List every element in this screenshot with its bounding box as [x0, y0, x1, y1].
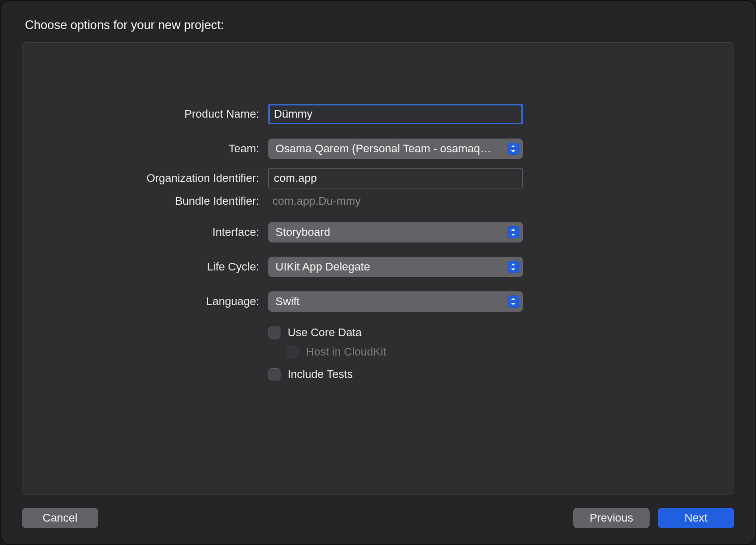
use-core-data-label: Use Core Data — [288, 326, 362, 339]
product-name-label: Product Name: — [22, 107, 259, 121]
host-in-cloudkit-label: Host in CloudKit — [306, 345, 386, 359]
cancel-button[interactable]: Cancel — [22, 508, 98, 528]
interface-popup[interactable]: Storyboard — [268, 222, 523, 242]
host-in-cloudkit-checkbox — [287, 346, 299, 358]
include-tests-checkbox[interactable] — [268, 368, 281, 380]
footer: Cancel Previous Next — [22, 495, 734, 528]
new-project-options-sheet: Choose options for your new project: Pro… — [0, 0, 756, 545]
host-in-cloudkit-row: Host in CloudKit — [287, 345, 523, 359]
language-popup-value: Swift — [275, 295, 300, 308]
previous-button[interactable]: Previous — [573, 508, 650, 528]
language-label: Language: — [22, 295, 259, 308]
interface-popup-value: Storyboard — [275, 226, 330, 239]
organization-identifier-input[interactable] — [268, 168, 523, 188]
include-tests-row: Include Tests — [268, 368, 523, 381]
team-popup-value: Osama Qarem (Personal Team - osamaq… — [275, 142, 491, 155]
language-popup[interactable]: Swift — [268, 291, 523, 312]
use-core-data-row: Use Core Data — [268, 326, 523, 339]
updown-icon — [508, 261, 519, 273]
life-cycle-popup[interactable]: UIKit App Delegate — [268, 257, 523, 277]
updown-icon — [508, 143, 519, 155]
options-form: Product Name: Team: Osama Qarem (Persona… — [22, 104, 734, 381]
organization-identifier-label: Organization Identifier: — [22, 172, 259, 185]
sheet-title: Choose options for your new project: — [22, 15, 734, 42]
options-panel: Product Name: Team: Osama Qarem (Persona… — [22, 42, 734, 495]
updown-icon — [508, 226, 519, 238]
bundle-identifier-value: com.app.Du-mmy — [268, 195, 523, 208]
life-cycle-popup-value: UIKit App Delegate — [275, 260, 370, 274]
updown-icon — [508, 295, 519, 308]
include-tests-label: Include Tests — [288, 368, 353, 381]
next-button[interactable]: Next — [658, 508, 734, 528]
bundle-identifier-label: Bundle Identifier: — [22, 195, 259, 208]
team-label: Team: — [22, 142, 259, 155]
product-name-input[interactable] — [268, 104, 523, 124]
interface-label: Interface: — [22, 226, 259, 239]
life-cycle-label: Life Cycle: — [22, 260, 259, 274]
use-core-data-checkbox[interactable] — [268, 326, 281, 339]
team-popup[interactable]: Osama Qarem (Personal Team - osamaq… — [268, 139, 523, 159]
